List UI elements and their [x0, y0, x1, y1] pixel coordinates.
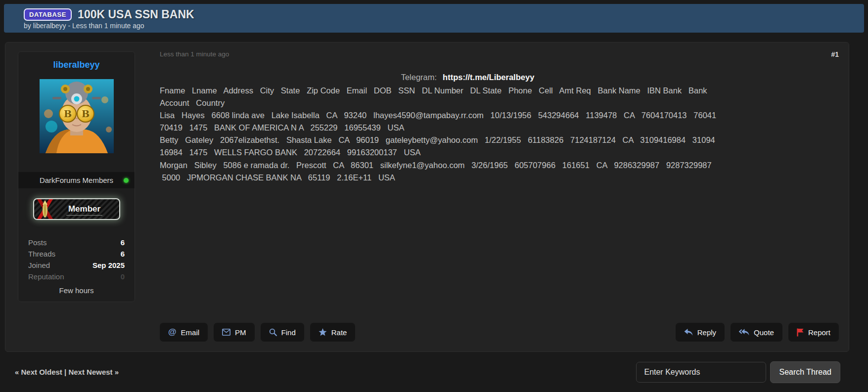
quote-reply-icon	[739, 329, 749, 336]
star-icon	[319, 328, 327, 336]
post-content: Less than 1 minute ago #1 Telegram:https…	[147, 43, 849, 351]
search-input[interactable]	[636, 362, 766, 383]
quote-button-label: Quote	[754, 328, 774, 337]
stat-value: 6	[121, 250, 125, 258]
post-number[interactable]: #1	[831, 50, 839, 58]
stat-row: Posts6	[28, 237, 125, 248]
flag-icon	[797, 328, 804, 337]
user-actions-group: @ Email PM Find	[160, 323, 355, 342]
email-button[interactable]: @ Email	[160, 323, 208, 342]
rate-button-label: Rate	[331, 328, 347, 337]
stat-row: Threads6	[28, 248, 125, 260]
profile-stats: Posts6Threads6JoinedSep 2025Reputation0	[18, 235, 135, 282]
post-body: Telegram:https://t.me/Liberalbeyy Fname …	[160, 71, 776, 184]
pm-button[interactable]: PM	[214, 323, 255, 342]
reply-button-label: Reply	[697, 328, 716, 337]
envelope-icon	[222, 329, 230, 336]
profile-card: liberalbeyy	[18, 51, 135, 302]
thread-navigation[interactable]: « Next Oldest | Next Newest »	[15, 368, 119, 376]
thread-header: DATABASE 100K USA SSN BANK by liberalbey…	[4, 4, 864, 33]
post-panel: liberalbeyy	[5, 42, 849, 352]
pm-button-label: PM	[235, 328, 246, 337]
svg-text:B: B	[63, 108, 71, 119]
category-badge[interactable]: DATABASE	[24, 8, 72, 21]
stat-value: 6	[121, 238, 125, 247]
report-button[interactable]: Report	[788, 323, 839, 342]
avatar-image[interactable]: B B	[40, 79, 114, 153]
reply-button[interactable]: Reply	[676, 323, 725, 342]
thread-search: Search Thread	[636, 361, 840, 383]
stat-row: Reputation0	[28, 271, 125, 282]
find-button[interactable]: Find	[261, 323, 304, 342]
stat-label: Reputation	[28, 272, 64, 281]
stat-label: Joined	[28, 261, 50, 269]
table-row-text: Betty Gateley 2067elizabethst. Shasta La…	[160, 134, 776, 159]
thread-byline: by liberalbeyy - Less than 1 minute ago	[24, 22, 854, 30]
stat-label: Posts	[28, 238, 47, 247]
user-group-band: DarkForums Members	[18, 172, 135, 188]
member-rank-badge: Member	[33, 198, 120, 220]
at-icon: @	[168, 327, 177, 337]
post-timestamp: Less than 1 minute ago	[160, 50, 229, 58]
online-time: Few hours	[18, 286, 135, 295]
stat-value: Sep 2025	[92, 261, 125, 269]
forum-thread-page: DATABASE 100K USA SSN BANK by liberalbey…	[0, 0, 868, 392]
telegram-label: Telegram:	[401, 73, 437, 82]
rate-button[interactable]: Rate	[310, 323, 356, 342]
find-button-label: Find	[281, 328, 296, 337]
svg-text:B: B	[81, 108, 89, 119]
report-button-label: Report	[808, 328, 830, 337]
stat-label: Threads	[28, 250, 55, 258]
online-indicator	[124, 178, 129, 183]
table-row-text: Morgan Sibley 5086 e ramada dr. Prescott…	[160, 159, 776, 184]
post-actions-bar: @ Email PM Find	[160, 323, 839, 342]
search-thread-button[interactable]: Search Thread	[770, 361, 840, 383]
stat-row: JoinedSep 2025	[28, 260, 125, 271]
email-button-label: Email	[181, 328, 200, 337]
thread-actions-group: Reply Quote Report	[676, 323, 839, 342]
table-header-text: Fname Lname Address City State Zip Code …	[160, 85, 776, 109]
thread-footer: « Next Oldest | Next Newest » Search Thr…	[5, 352, 849, 392]
stat-value: 0	[121, 272, 125, 281]
telegram-line: Telegram:https://t.me/Liberalbeyy	[160, 71, 776, 84]
user-group-label: DarkForums Members	[40, 176, 113, 184]
reply-icon	[684, 329, 693, 336]
post-table-text: Fname Lname Address City State Zip Code …	[160, 85, 776, 184]
rank-label: Member	[66, 204, 102, 216]
rank-emblem-icon	[34, 198, 57, 220]
quote-button[interactable]: Quote	[731, 323, 782, 342]
table-row-text: Lisa Hayes 6608 linda ave Lake Isabella …	[160, 109, 776, 134]
telegram-link[interactable]: https://t.me/Liberalbeyy	[443, 73, 534, 82]
username-link[interactable]: liberalbeyy	[18, 60, 135, 70]
avatar-art: B B	[40, 79, 114, 153]
thread-title: 100K USA SSN BANK	[78, 8, 194, 21]
search-icon	[269, 328, 277, 336]
